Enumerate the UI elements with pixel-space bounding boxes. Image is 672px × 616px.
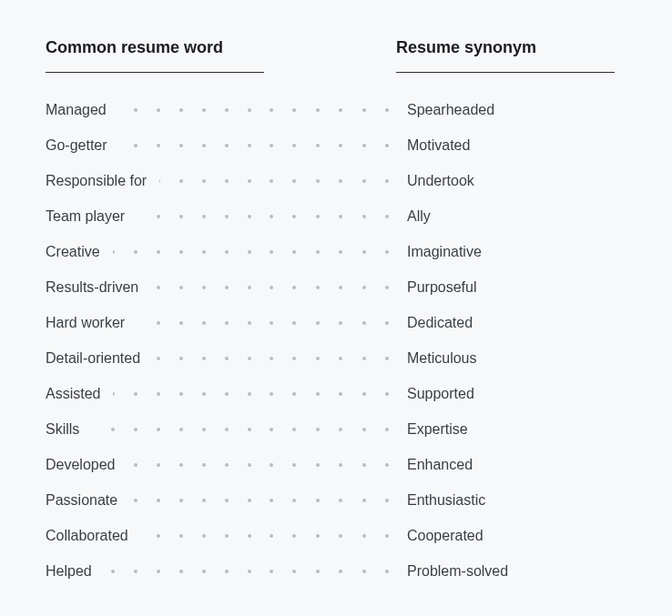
dots-leader bbox=[270, 286, 389, 289]
dots-leader bbox=[137, 321, 251, 325]
table-row: HelpedProblem-solved bbox=[46, 561, 626, 581]
mid-col bbox=[264, 108, 396, 112]
left-col: Managed bbox=[46, 102, 264, 118]
header-common: Common resume word bbox=[46, 38, 264, 73]
dots-leader bbox=[270, 250, 389, 254]
synonym-word: Meticulous bbox=[396, 350, 615, 367]
left-col: Responsible for bbox=[46, 173, 264, 189]
table-row: ManagedSpearheaded bbox=[46, 100, 626, 119]
dots-leader bbox=[137, 215, 251, 218]
dots-leader bbox=[270, 357, 389, 360]
synonym-word: Ally bbox=[396, 208, 615, 225]
common-word: Collaborated bbox=[46, 528, 128, 544]
table-headers: Common resume word Resume synonym bbox=[46, 38, 626, 73]
mid-col bbox=[264, 286, 396, 289]
common-word: Hard worker bbox=[46, 315, 125, 331]
mid-col bbox=[264, 570, 396, 573]
table-row: SkillsExpertise bbox=[46, 419, 626, 439]
mid-col bbox=[264, 499, 396, 502]
dots-leader bbox=[270, 108, 389, 112]
dots-leader bbox=[270, 463, 389, 467]
dots-leader bbox=[270, 428, 389, 431]
left-col: Skills bbox=[46, 421, 264, 438]
left-col: Results-driven bbox=[46, 279, 264, 296]
dots-leader bbox=[270, 179, 389, 183]
table-row: Detail-orientedMeticulous bbox=[46, 348, 626, 368]
mid-col bbox=[264, 534, 396, 538]
table-row: Go-getterMotivated bbox=[46, 136, 626, 155]
mid-col bbox=[264, 357, 396, 360]
mid-col bbox=[264, 463, 396, 467]
synonym-word: Motivated bbox=[396, 137, 615, 154]
dots-leader bbox=[151, 286, 251, 289]
left-col: Collaborated bbox=[46, 528, 264, 544]
dots-leader bbox=[159, 179, 251, 183]
table-body: ManagedSpearheadedGo-getterMotivatedResp… bbox=[46, 100, 626, 581]
left-col: Hard worker bbox=[46, 315, 264, 331]
common-word: Creative bbox=[46, 244, 100, 260]
dots-leader bbox=[120, 144, 251, 147]
header-right-col: Resume synonym bbox=[396, 38, 615, 73]
common-word: Passionate bbox=[46, 492, 117, 509]
dots-leader bbox=[270, 570, 389, 573]
common-word: Team player bbox=[46, 208, 125, 225]
common-word: Helped bbox=[46, 563, 92, 580]
common-word: Skills bbox=[46, 421, 79, 438]
synonym-word: Expertise bbox=[396, 421, 615, 438]
table-row: Results-drivenPurposeful bbox=[46, 278, 626, 297]
dots-leader bbox=[141, 534, 251, 538]
table-row: CollaboratedCooperated bbox=[46, 526, 626, 545]
synonym-word: Dedicated bbox=[396, 315, 615, 331]
common-word: Go-getter bbox=[46, 137, 107, 154]
dots-leader bbox=[113, 250, 251, 254]
mid-col bbox=[264, 215, 396, 218]
header-synonym: Resume synonym bbox=[396, 38, 615, 73]
mid-col bbox=[264, 250, 396, 254]
common-word: Assisted bbox=[46, 386, 100, 402]
common-word: Detail-oriented bbox=[46, 350, 140, 367]
dots-leader bbox=[105, 570, 251, 573]
mid-col bbox=[264, 392, 396, 396]
common-word: Managed bbox=[46, 102, 107, 118]
synonym-word: Purposeful bbox=[396, 279, 615, 296]
left-col: Team player bbox=[46, 208, 264, 225]
left-col: Passionate bbox=[46, 492, 264, 509]
dots-leader bbox=[270, 144, 389, 147]
synonym-word: Imaginative bbox=[396, 244, 615, 260]
synonym-word: Supported bbox=[396, 386, 615, 402]
left-col: Creative bbox=[46, 244, 264, 260]
dots-leader bbox=[270, 215, 389, 218]
table-row: Hard workerDedicated bbox=[46, 313, 626, 332]
dots-leader bbox=[130, 499, 251, 502]
dots-leader bbox=[270, 534, 389, 538]
table-row: CreativeImaginative bbox=[46, 242, 626, 261]
common-word: Responsible for bbox=[46, 173, 147, 189]
dots-leader bbox=[119, 108, 251, 112]
common-word: Results-driven bbox=[46, 279, 138, 296]
table-row: DevelopedEnhanced bbox=[46, 455, 626, 474]
synonym-word: Cooperated bbox=[396, 528, 615, 544]
header-left-col: Common resume word bbox=[46, 38, 264, 73]
synonym-word: Spearheaded bbox=[396, 102, 615, 118]
left-col: Helped bbox=[46, 563, 264, 580]
synonym-word: Problem-solved bbox=[396, 563, 615, 580]
dots-leader bbox=[270, 321, 389, 325]
mid-col bbox=[264, 428, 396, 431]
common-word: Developed bbox=[46, 457, 116, 473]
mid-col bbox=[264, 321, 396, 325]
dots-leader bbox=[270, 499, 389, 502]
mid-col bbox=[264, 144, 396, 147]
table-row: AssistedSupported bbox=[46, 384, 626, 403]
synonym-word: Enhanced bbox=[396, 457, 615, 473]
synonym-word: Undertook bbox=[396, 173, 615, 189]
synonym-word: Enthusiastic bbox=[396, 492, 615, 509]
table-row: Team playerAlly bbox=[46, 207, 626, 226]
left-col: Detail-oriented bbox=[46, 350, 264, 367]
mid-col bbox=[264, 179, 396, 183]
dots-leader bbox=[270, 392, 389, 396]
synonym-table: Common resume word Resume synonym Manage… bbox=[46, 38, 626, 581]
left-col: Developed bbox=[46, 457, 264, 473]
left-col: Go-getter bbox=[46, 137, 264, 154]
dots-leader bbox=[113, 392, 251, 396]
table-row: PassionateEnthusiastic bbox=[46, 490, 626, 510]
